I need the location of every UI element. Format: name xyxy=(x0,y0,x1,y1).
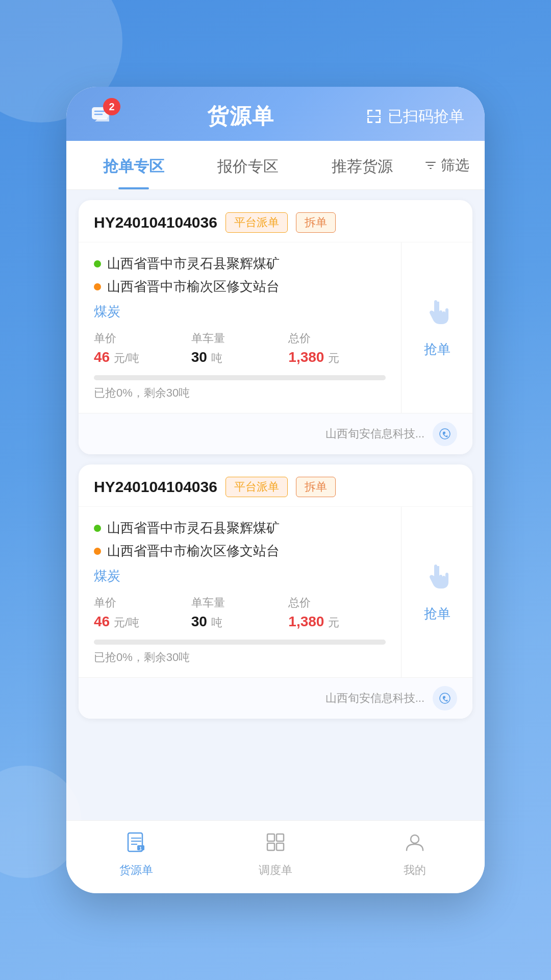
svg-point-13 xyxy=(440,693,450,703)
svg-rect-21 xyxy=(277,834,284,841)
tab-quote[interactable]: 报价专区 xyxy=(191,141,305,189)
total-price-1: 总价 1,380 元 xyxy=(288,331,386,366)
volume-2: 单车量 30 吨 xyxy=(191,595,289,630)
nav-item-mine[interactable]: 我的 xyxy=(345,831,485,878)
phone-frame: 2 货源单 已扫码抢单 抢单专区 报价专区 推荐货源 xyxy=(66,87,485,893)
grab-action-1[interactable]: 抢单 xyxy=(401,242,472,413)
header-title: 货源单 xyxy=(207,102,274,131)
card-2-footer: 山西旬安信息科技... xyxy=(79,677,472,719)
header-left: 2 xyxy=(87,102,115,131)
unit-price-2: 单价 46 元/吨 xyxy=(94,595,191,630)
phone-button-2[interactable] xyxy=(433,686,457,710)
notification-badge: 2 xyxy=(103,98,120,115)
svg-rect-8 xyxy=(367,118,369,123)
card-2-main: 山西省晋中市灵石县聚辉煤矿 山西省晋中市榆次区修文站台 煤炭 单价 46 元/吨 xyxy=(79,507,401,677)
svg-text:1: 1 xyxy=(139,846,142,851)
progress-bar-2 xyxy=(94,640,386,645)
card-1-main: 山西省晋中市灵石县聚辉煤矿 山西省晋中市榆次区修文站台 煤炭 单价 46 元/吨 xyxy=(79,242,401,413)
total-price-2: 总价 1,380 元 xyxy=(288,595,386,630)
svg-rect-22 xyxy=(267,843,274,850)
scan-grab-button[interactable]: 已扫码抢单 xyxy=(366,106,464,127)
company-name-2: 山西旬安信息科技... xyxy=(325,691,424,706)
order-card-1: HY240104104036 平台派单 拆单 山西省晋中市灵石县聚辉煤矿 山西省… xyxy=(79,200,472,454)
tab-recommend[interactable]: 推荐货源 xyxy=(305,141,419,189)
scan-grab-label: 已扫码抢单 xyxy=(388,106,464,127)
goods-type-1: 煤炭 xyxy=(94,303,386,321)
unit-price-1: 单价 46 元/吨 xyxy=(94,331,191,366)
progress-bar-1 xyxy=(94,375,386,380)
from-location-2: 山西省晋中市灵石县聚辉煤矿 xyxy=(94,519,386,537)
nav-label-orders: 货源单 xyxy=(119,863,153,878)
split-badge-1: 拆单 xyxy=(296,212,336,233)
card-list: HY240104104036 平台派单 拆单 山西省晋中市灵石县聚辉煤矿 山西省… xyxy=(66,190,485,820)
nav-label-mine: 我的 xyxy=(404,863,426,878)
mine-icon xyxy=(404,831,426,859)
hand-icon-1 xyxy=(422,298,453,334)
progress-text-1: 已抢0%，剩余30吨 xyxy=(94,385,386,401)
to-location-1: 山西省晋中市榆次区修文站台 xyxy=(94,278,386,296)
nav-label-dispatch: 调度单 xyxy=(259,863,292,878)
dispatch-icon xyxy=(264,831,287,859)
price-row-1: 单价 46 元/吨 单车量 30 吨 总价 1,380 元 xyxy=(94,331,386,366)
to-location-2: 山西省晋中市榆次区修文站台 xyxy=(94,542,386,560)
svg-rect-4 xyxy=(367,110,369,115)
price-row-2: 单价 46 元/吨 单车量 30 吨 总价 1,380 元 xyxy=(94,595,386,630)
hand-icon-2 xyxy=(422,562,453,599)
svg-rect-10 xyxy=(379,118,381,123)
phone-button-1[interactable] xyxy=(433,422,457,446)
volume-1: 单车量 30 吨 xyxy=(191,331,289,366)
orders-icon: 1 xyxy=(125,831,147,859)
nav-item-dispatch[interactable]: 调度单 xyxy=(206,831,345,878)
progress-text-2: 已抢0%，剩余30吨 xyxy=(94,650,386,665)
order-id-2: HY240104104036 xyxy=(94,478,217,496)
card-1-footer: 山西旬安信息科技... xyxy=(79,413,472,454)
grab-button-2[interactable]: 抢单 xyxy=(424,605,450,623)
svg-point-24 xyxy=(411,835,419,843)
from-location-1: 山西省晋中市灵石县聚辉煤矿 xyxy=(94,255,386,273)
tab-filter[interactable]: 筛选 xyxy=(419,156,474,175)
svg-rect-23 xyxy=(277,843,284,850)
split-badge-2: 拆单 xyxy=(296,477,336,497)
grab-button-1[interactable]: 抢单 xyxy=(424,340,450,358)
filter-label: 筛选 xyxy=(441,156,469,175)
svg-rect-20 xyxy=(267,834,274,841)
grab-action-2[interactable]: 抢单 xyxy=(401,507,472,677)
order-card-2: HY240104104036 平台派单 拆单 山西省晋中市灵石县聚辉煤矿 山西省… xyxy=(79,464,472,719)
tab-bar: 抢单专区 报价专区 推荐货源 筛选 xyxy=(66,141,485,190)
order-id-1: HY240104104036 xyxy=(94,214,217,231)
card-2-body: 山西省晋中市灵石县聚辉煤矿 山西省晋中市榆次区修文站台 煤炭 单价 46 元/吨 xyxy=(79,507,472,677)
from-dot-1 xyxy=(94,260,101,267)
company-name-1: 山西旬安信息科技... xyxy=(325,426,424,442)
card-1-body: 山西省晋中市灵石县聚辉煤矿 山西省晋中市榆次区修文站台 煤炭 单价 46 元/吨 xyxy=(79,242,472,413)
svg-point-12 xyxy=(440,429,450,439)
bottom-nav: 1 货源单 调度单 我的 xyxy=(66,820,485,893)
from-dot-2 xyxy=(94,525,101,532)
nav-item-orders[interactable]: 1 货源单 xyxy=(66,831,206,878)
tab-grab[interactable]: 抢单专区 xyxy=(77,141,191,189)
platform-badge-2: 平台派单 xyxy=(226,477,288,497)
card-1-header: HY240104104036 平台派单 拆单 xyxy=(79,200,472,242)
to-dot-1 xyxy=(94,283,101,290)
goods-type-2: 煤炭 xyxy=(94,567,386,585)
svg-rect-6 xyxy=(379,110,381,115)
header: 2 货源单 已扫码抢单 xyxy=(66,87,485,141)
platform-badge-1: 平台派单 xyxy=(226,212,288,233)
card-2-header: HY240104104036 平台派单 拆单 xyxy=(79,464,472,507)
to-dot-2 xyxy=(94,548,101,555)
